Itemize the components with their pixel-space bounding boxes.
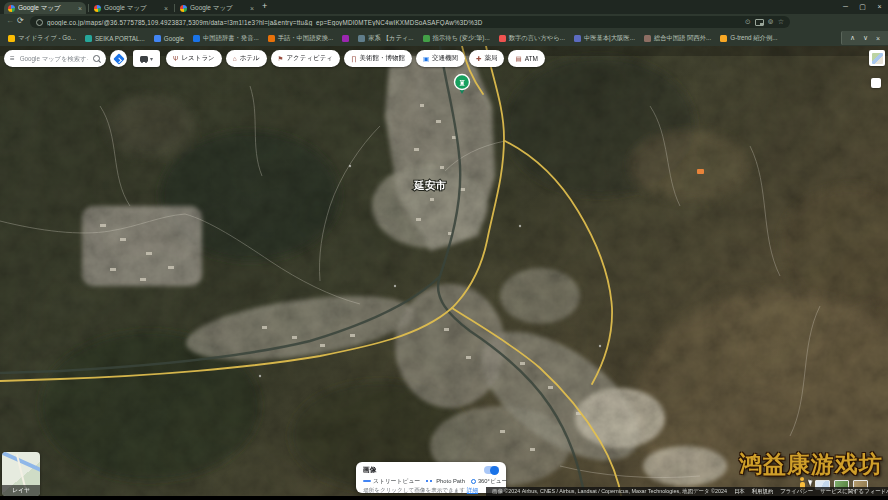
bookmark-item[interactable]: 総合中国語 関西外... [644,34,711,43]
google-maps-favicon [8,5,15,12]
city-label: 延安市 [413,179,446,191]
chip-museums[interactable]: ∏美術館・博物館 [344,50,412,67]
bookmark-item[interactable]: 手話・中国語変換... [268,34,334,43]
bookmark-item[interactable]: 中医基本|大阪医... [574,34,635,43]
360-ring-icon [471,479,476,484]
window-minimize-button[interactable]: ─ [837,0,854,13]
museum-icon: ∏ [351,55,356,62]
street-view-line-icon [363,480,371,482]
details-link[interactable]: 詳細 [467,487,478,493]
bookmark-item[interactable]: G-trend 紹介例... [720,34,777,43]
privacy-link[interactable]: プライバシー [780,488,813,495]
feedback-link[interactable]: サービスに関するフィードバックを送信 [820,488,888,495]
bookmark-item[interactable]: Google [154,35,184,42]
activity-flag-icon: ⚑ [278,55,284,63]
chip-transit[interactable]: ▣交通機関 [416,50,465,67]
new-tab-button[interactable]: + [262,1,267,11]
picture-in-picture-icon[interactable] [755,19,764,26]
address-bar[interactable]: google.co.jp/maps/@36.5775785,109.492383… [30,16,790,28]
bookmark-item[interactable]: 指示待ち (変少:筆)... [423,34,490,43]
tab-google-maps-3[interactable]: Google マップ × [176,2,258,14]
bookmark-item[interactable]: マイドライブ - Go... [8,34,76,43]
terms-link[interactable]: 利用規約 [752,488,774,495]
drive-favicon [8,35,15,42]
search-input[interactable] [18,54,90,63]
bookmark-favicon [720,35,727,42]
bookmark-favicon [644,35,651,42]
bookmark-favicon [499,35,506,42]
tab-separator [88,4,89,12]
tab-close-icon[interactable]: × [164,5,168,12]
bookmark-item[interactable]: 家系 【カティ... [358,34,413,43]
tab-title: Google マップ [18,4,75,13]
bookmark-item[interactable]: 中国語辞書・発音... [193,34,259,43]
back-icon[interactable]: ← [6,16,14,25]
bookmarks-bar: マイドライブ - Go... SEIKA PORTAL... Google 中国… [0,30,888,46]
watermark-text: 鸿益康游戏坊 [739,449,883,480]
refresh-icon[interactable]: ⟳ [17,16,24,25]
street-view-legend: ストリートビュー [363,477,420,486]
map-control-button[interactable] [871,78,881,88]
transit-icon: ▣ [423,55,429,63]
bookmark-favicon [423,35,430,42]
chip-hotels[interactable]: ⌂ホテル [226,50,267,67]
find-previous-icon[interactable]: ∧ [850,34,855,42]
imagery-panel-title: 画像 [363,465,377,475]
tab-close-icon[interactable]: × [250,5,254,12]
category-chips: Ψレストラン ⌂ホテル ⚑アクティビティ ∏美術館・博物館 ▣交通機関 ✚薬局 … [166,50,545,67]
map-style-thumbnail [872,53,883,64]
find-next-icon[interactable]: ∨ [863,34,868,42]
purple-favicon [342,35,349,42]
tab-google-maps-2[interactable]: Google マップ × [90,2,172,14]
bookmark-item[interactable]: SEIKA PORTAL... [85,35,145,42]
bookmark-favicon [358,35,365,42]
location-pin-icon[interactable]: ⊙ [745,18,751,26]
maps-search-box[interactable]: ≡ [4,50,106,67]
window-maximize-button[interactable]: ▢ [854,0,871,13]
transit-vehicle-icon [140,56,148,62]
region-label: 日本 [734,488,745,495]
extension-circle-icon[interactable]: ⊚ [768,18,774,26]
directions-button[interactable] [110,50,127,67]
layers-label: レイヤ [2,485,40,496]
chip-atms[interactable]: ▤ATM [508,50,544,67]
google-favicon [154,35,161,42]
site-info-icon[interactable] [36,19,43,26]
find-bar: ∧ ∨ × [841,31,888,45]
satellite-map[interactable]: ♜ 延安市 [0,46,888,500]
tab-google-maps-1[interactable]: Google マップ × [4,2,86,14]
atm-icon: ▤ [515,55,521,63]
attribution-bar: 画像 ©2024 Airbus, CNES / Airbus, Landsat … [486,487,888,496]
chip-restaurants[interactable]: Ψレストラン [166,50,222,67]
orange-site-marker[interactable] [697,169,704,174]
bookmark-star-icon[interactable]: ☆ [778,18,784,26]
menu-hamburger-icon[interactable]: ≡ [10,54,15,63]
browser-toolbar: ← ⟳ google.co.jp/maps/@36.5775785,109.49… [0,14,888,30]
restaurant-icon: Ψ [173,55,178,62]
bookmark-item-icon-only[interactable] [342,35,349,42]
url-text: google.co.jp/maps/@36.5775785,109.492383… [47,19,741,26]
google-maps-favicon [180,5,187,12]
chip-activities[interactable]: ⚑アクティビティ [271,50,340,67]
chip-pharmacies[interactable]: ✚薬局 [469,50,504,67]
dictionary-favicon [193,35,200,42]
map-style-button[interactable] [869,50,885,66]
tab-close-icon[interactable]: × [78,5,82,12]
photo-path-legend: Photo Path [426,478,465,484]
bookmark-item[interactable]: 数字の言い方やら... [499,34,565,43]
imagery-panel: 画像 ストリートビュー Photo Path 360°ビュー 場所をクリックして… [356,462,506,493]
pharmacy-icon: ✚ [476,55,481,63]
window-close-button[interactable]: × [871,0,888,13]
tab-title: Google マップ [104,4,161,13]
travel-mode-dropdown[interactable]: ▾ [133,50,160,67]
imagery-toggle[interactable] [484,466,499,474]
browser-window: Google マップ × Google マップ × Google マップ × +… [0,0,888,500]
bottom-black-strip [0,496,888,500]
find-close-icon[interactable]: × [876,35,880,42]
chevron-down-icon: ▾ [150,55,153,62]
hotel-icon: ⌂ [233,55,237,62]
photo-path-dots-icon [426,480,434,482]
layers-button[interactable]: レイヤ [2,452,40,496]
google-maps-favicon [94,5,101,12]
search-icon[interactable] [93,55,100,62]
